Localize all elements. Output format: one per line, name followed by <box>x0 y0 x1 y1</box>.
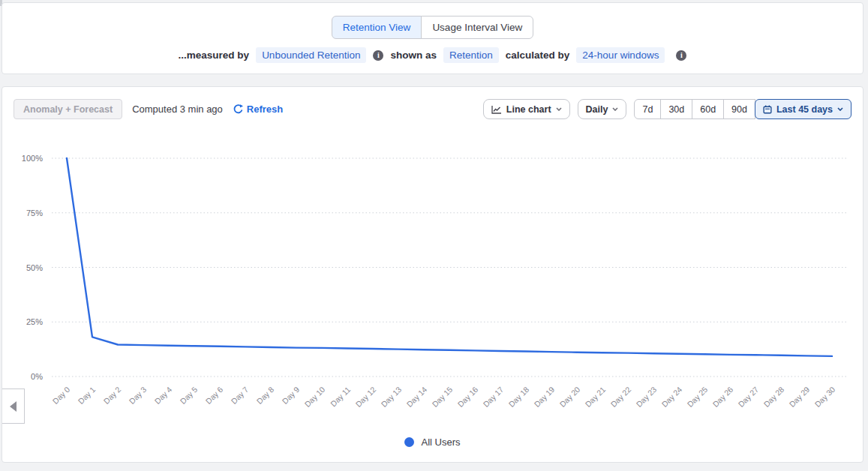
interval-label: Daily <box>586 104 608 115</box>
range-7d-button[interactable]: 7d <box>634 99 661 119</box>
date-range-segmented-control: 7d 30d 60d 90d Last 45 days <box>634 99 851 119</box>
retention-chart-svg[interactable]: 0%25%50%75%100%Day 0Day 1Day 2Day 3Day 4… <box>2 150 864 424</box>
chart-type-dropdown[interactable]: Line chart <box>483 99 570 119</box>
chart-legend: All Users <box>2 436 863 448</box>
chevron-down-icon <box>612 107 618 111</box>
view-tab-group: Retention View Usage Interval View <box>2 16 863 39</box>
x-tick-label: Day 28 <box>761 385 785 409</box>
x-tick-label: Day 15 <box>430 385 454 409</box>
x-tick-label: Day 25 <box>685 385 709 409</box>
range-60d-button[interactable]: 60d <box>692 99 724 119</box>
y-tick-label: 25% <box>26 317 43 326</box>
x-tick-label: Day 9 <box>281 385 302 406</box>
x-tick-label: Day 0 <box>51 385 72 406</box>
x-tick-label: Day 14 <box>404 385 428 409</box>
x-tick-label: Day 16 <box>455 385 479 409</box>
x-tick-label: Day 4 <box>153 385 174 406</box>
y-tick-label: 50% <box>26 263 43 272</box>
chart-controls: Line chart Daily 7d 30d 60d 90d <box>483 99 851 119</box>
info-icon[interactable]: i <box>373 50 383 61</box>
x-tick-label: Day 10 <box>302 385 326 409</box>
anomaly-forecast-button[interactable]: Anomaly + Forecast <box>14 99 122 119</box>
y-tick-label: 100% <box>22 154 43 163</box>
shown-as-label: shown as <box>390 50 437 61</box>
x-tick-label: Day 5 <box>179 385 200 406</box>
y-tick-label: 0% <box>31 372 43 381</box>
calculated-by-selector[interactable]: 24-hour windows <box>576 47 665 63</box>
chevron-down-icon <box>556 107 562 111</box>
x-tick-label: Day 27 <box>736 385 760 409</box>
x-tick-label: Day 7 <box>230 385 251 406</box>
x-tick-label: Day 6 <box>204 385 225 406</box>
legend-dot-all-users[interactable] <box>404 437 414 447</box>
y-tick-label: 75% <box>26 208 43 218</box>
measurement-settings-row: ...measured by Unbounded Retention i sho… <box>2 47 863 63</box>
x-tick-label: Day 24 <box>659 385 683 409</box>
tab-usage-interval-view[interactable]: Usage Interval View <box>421 16 533 39</box>
chevron-down-icon <box>837 107 843 111</box>
x-tick-label: Day 26 <box>710 385 734 409</box>
x-tick-label: Day 13 <box>379 385 403 409</box>
chart-type-label: Line chart <box>506 104 551 115</box>
x-tick-label: Day 20 <box>557 385 581 409</box>
sidebar-collapse-handle[interactable] <box>2 388 25 424</box>
x-tick-label: Day 23 <box>634 385 658 409</box>
interval-dropdown[interactable]: Daily <box>578 99 627 119</box>
shown-as-selector[interactable]: Retention <box>443 47 499 63</box>
x-tick-label: Day 18 <box>506 385 530 409</box>
x-tick-label: Day 8 <box>255 385 276 406</box>
retention-analysis-page: Retention View Usage Interval View ...me… <box>0 0 868 471</box>
triangle-left-icon <box>10 401 17 412</box>
x-tick-label: Day 17 <box>481 385 505 409</box>
x-tick-label: Day 11 <box>329 385 353 409</box>
x-tick-label: Day 2 <box>102 385 123 406</box>
x-tick-label: Day 3 <box>128 385 149 406</box>
x-tick-label: Day 29 <box>787 385 811 409</box>
range-30d-button[interactable]: 30d <box>660 99 692 119</box>
x-tick-label: Day 22 <box>608 385 632 409</box>
view-settings-panel: Retention View Usage Interval View ...me… <box>2 2 863 74</box>
refresh-icon <box>233 104 243 114</box>
selected-range-label: Last 45 days <box>776 104 833 115</box>
calendar-icon <box>763 105 772 114</box>
refresh-button[interactable]: Refresh <box>233 104 283 115</box>
legend-label-all-users: All Users <box>421 436 460 448</box>
chart-panel: Anomaly + Forecast Computed 3 min ago Re… <box>2 86 863 463</box>
calculated-by-label: calculated by <box>506 50 570 61</box>
retention-line-all-users[interactable] <box>67 158 832 356</box>
x-tick-label: Day 30 <box>812 385 836 409</box>
x-tick-label: Day 19 <box>532 385 556 409</box>
tab-retention-view[interactable]: Retention View <box>332 16 422 39</box>
info-icon[interactable]: i <box>676 50 686 61</box>
computed-timestamp: Computed 3 min ago <box>132 104 223 115</box>
measured-by-label: ...measured by <box>179 50 250 61</box>
x-tick-label: Day 12 <box>353 385 377 409</box>
line-chart-icon <box>491 105 502 114</box>
x-tick-label: Day 21 <box>583 385 607 409</box>
chart-toolbar: Anomaly + Forecast Computed 3 min ago Re… <box>14 99 851 119</box>
x-tick-label: Day 1 <box>77 385 98 406</box>
refresh-label: Refresh <box>247 104 283 115</box>
custom-range-dropdown[interactable]: Last 45 days <box>755 99 851 119</box>
measured-by-selector[interactable]: Unbounded Retention <box>256 47 366 63</box>
range-90d-button[interactable]: 90d <box>723 99 755 119</box>
